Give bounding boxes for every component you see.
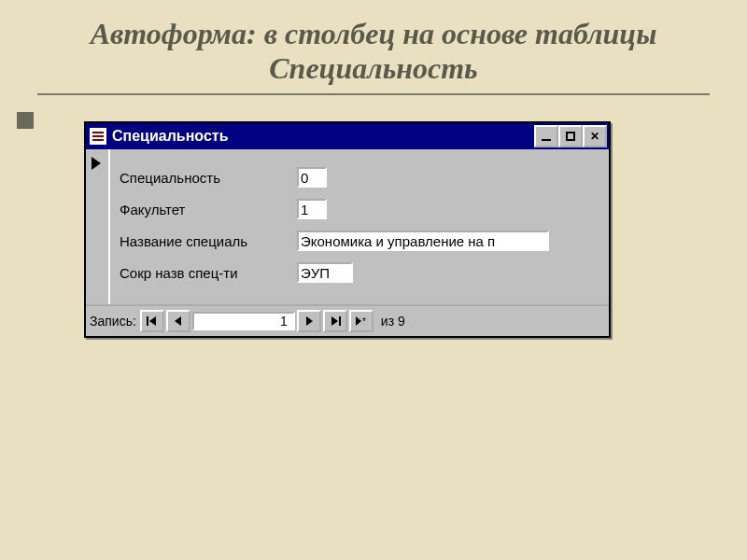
divider — [37, 93, 710, 95]
field-row: Сокр назв спец-ти ЭУП — [120, 259, 601, 286]
current-record-arrow-icon — [92, 157, 101, 170]
svg-rect-0 — [147, 316, 148, 326]
nav-first-button[interactable] — [140, 310, 164, 332]
record-navigator: Запись: 1 * из 9 — [86, 304, 609, 336]
nav-new-button[interactable]: * — [349, 310, 374, 332]
titlebar[interactable]: Специальность ✕ — [86, 123, 609, 149]
nav-prev-button[interactable] — [166, 310, 190, 332]
nav-last-button[interactable] — [323, 310, 347, 332]
field-label: Название специаль — [120, 233, 297, 249]
form-window: Специальность ✕ Специальность 0 Факульте… — [84, 121, 611, 338]
svg-marker-1 — [149, 316, 156, 326]
svg-marker-6 — [356, 316, 361, 326]
close-button[interactable]: ✕ — [583, 125, 607, 147]
record-selector[interactable] — [86, 149, 110, 304]
spec-name-input[interactable]: Экономика и управление на п — [297, 231, 549, 251]
minimize-button[interactable] — [534, 125, 558, 147]
nav-label: Запись: — [90, 314, 136, 329]
form-icon — [90, 128, 106, 145]
faculty-input[interactable]: 1 — [297, 199, 327, 219]
nav-next-button[interactable] — [297, 310, 321, 332]
window-title: Специальность — [112, 128, 534, 145]
slide-title: Автоформа: в столбец на основе таблицы С… — [0, 0, 747, 93]
field-row: Название специаль Экономика и управление… — [120, 228, 601, 254]
svg-marker-2 — [175, 316, 181, 326]
svg-marker-4 — [331, 316, 338, 326]
field-label: Факультет — [120, 202, 297, 217]
field-row: Специальность 0 — [120, 164, 601, 190]
speciality-input[interactable]: 0 — [297, 167, 327, 188]
nav-of-text: из 9 — [381, 314, 405, 329]
spec-short-input[interactable]: ЭУП — [297, 262, 353, 283]
svg-text:*: * — [362, 316, 366, 326]
nav-current-input[interactable]: 1 — [192, 312, 295, 330]
bullet-icon — [17, 112, 34, 129]
field-label: Сокр назв спец-ти — [120, 265, 297, 281]
field-label: Специальность — [120, 170, 297, 186]
svg-marker-3 — [306, 316, 313, 326]
svg-rect-5 — [339, 316, 341, 326]
maximize-button[interactable] — [558, 125, 583, 147]
field-row: Факультет 1 — [120, 196, 601, 222]
